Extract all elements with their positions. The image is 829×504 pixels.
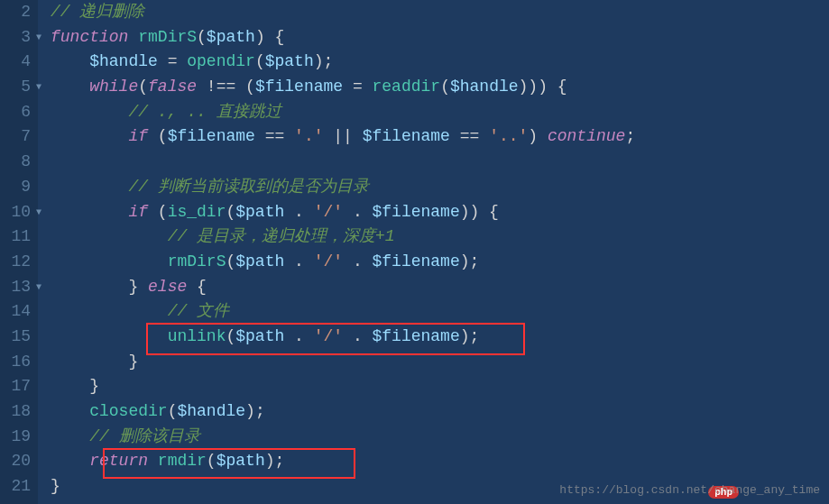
code-line[interactable]: closedir($handle); xyxy=(51,399,829,425)
code-line[interactable]: if (is_dir($path . '/' . $filename)) { xyxy=(51,200,829,225)
code-line[interactable]: // 是目录，递归处理，深度+1 xyxy=(51,225,829,250)
code-line[interactable]: // 判断当前读取到的是否为目录 xyxy=(51,175,829,200)
code-line[interactable]: } xyxy=(51,374,829,399)
line-number: 15 xyxy=(4,325,31,350)
line-number: 18 xyxy=(4,399,31,425)
line-number: 4 xyxy=(4,50,31,75)
code-line[interactable]: function rmDirS($path) { xyxy=(51,25,829,50)
line-number: 20 xyxy=(4,449,31,474)
code-line[interactable]: $handle = opendir($path); xyxy=(51,50,829,75)
code-line[interactable]: return rmdir($path); xyxy=(51,449,829,474)
line-number: 5▼ xyxy=(4,75,31,100)
line-number-gutter: 2 3▼ 4 5▼ 6 7 8 9 10▼ 11 12 13▼ 14 15 16… xyxy=(0,0,38,504)
line-number: 13▼ xyxy=(4,275,31,300)
line-number: 12 xyxy=(4,250,31,275)
code-line[interactable]: // 删除该目录 xyxy=(51,425,829,450)
line-number: 10▼ xyxy=(4,200,31,225)
code-line[interactable]: unlink($path . '/' . $filename); xyxy=(51,325,829,350)
code-line[interactable]: while(false !== ($filename = readdir($ha… xyxy=(51,75,829,100)
line-number: 3▼ xyxy=(4,25,31,50)
code-line[interactable]: // 文件 xyxy=(51,299,829,325)
code-line[interactable] xyxy=(51,150,829,175)
line-number: 14 xyxy=(4,299,31,325)
line-number: 9 xyxy=(4,175,31,200)
line-number: 17 xyxy=(4,374,31,399)
line-number: 2 xyxy=(4,0,31,25)
code-line[interactable]: } xyxy=(51,350,829,375)
line-number: 8 xyxy=(4,150,31,175)
line-number: 6 xyxy=(4,100,31,125)
code-line[interactable]: if ($filename == '.' || $filename == '..… xyxy=(51,124,829,150)
code-line[interactable]: } else { xyxy=(51,275,829,300)
code-line[interactable]: rmDirS($path . '/' . $filename); xyxy=(51,250,829,275)
watermark-text: https://blog.csdn.net/change_any_time xyxy=(559,483,820,497)
line-number: 16 xyxy=(4,350,31,375)
line-number: 21 xyxy=(4,474,31,499)
line-number: 19 xyxy=(4,425,31,450)
code-area[interactable]: // 递归删除 function rmDirS($path) { $handle… xyxy=(38,0,829,504)
line-number: 7 xyxy=(4,124,31,150)
code-line[interactable]: // ., .. 直接跳过 xyxy=(51,100,829,125)
code-line[interactable]: // 递归删除 xyxy=(51,0,829,25)
code-editor[interactable]: 2 3▼ 4 5▼ 6 7 8 9 10▼ 11 12 13▼ 14 15 16… xyxy=(0,0,829,504)
line-number: 11 xyxy=(4,225,31,250)
